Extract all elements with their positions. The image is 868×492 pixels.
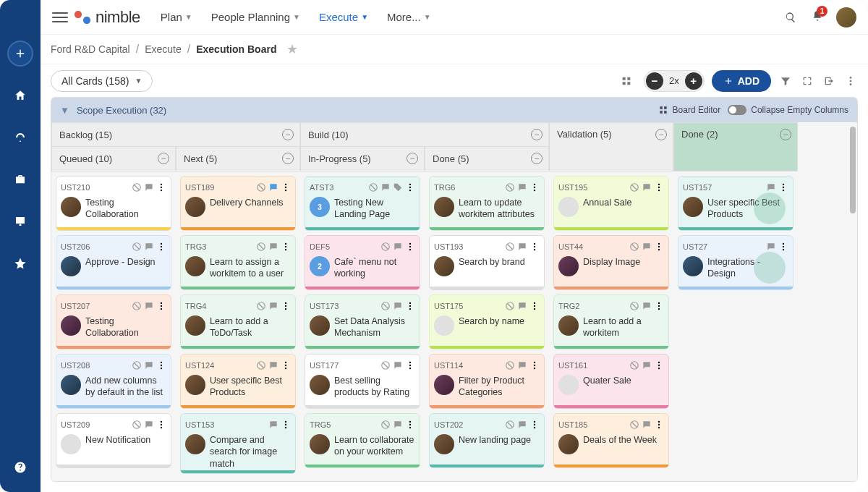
comment-icon[interactable] xyxy=(393,360,403,370)
comment-icon[interactable] xyxy=(268,420,278,430)
card-menu-icon[interactable] xyxy=(281,360,291,370)
export-icon[interactable] xyxy=(822,74,836,88)
card-menu-icon[interactable] xyxy=(156,242,166,252)
card-menu-icon[interactable] xyxy=(156,182,166,192)
more-menu-icon[interactable] xyxy=(843,74,858,88)
board-card[interactable]: TRG3Learn to assign a workitem to a user xyxy=(180,235,296,290)
card-menu-icon[interactable] xyxy=(156,360,166,370)
board-card[interactable]: UST210Testing Collaboration xyxy=(56,176,171,231)
comment-icon[interactable] xyxy=(268,360,278,370)
board-card[interactable]: UST27Integrations - Design xyxy=(678,235,793,290)
card-menu-icon[interactable] xyxy=(654,182,664,192)
comment-icon[interactable] xyxy=(517,420,527,430)
board-card[interactable]: UST209New Notification xyxy=(56,413,171,468)
board-card[interactable]: UST124User specific Best Products xyxy=(180,354,296,409)
comment-icon[interactable] xyxy=(393,242,403,252)
board-card[interactable]: UST177Best selling products by Rating xyxy=(305,354,420,409)
favorite-star-icon[interactable]: ★ xyxy=(286,41,298,57)
comment-icon[interactable] xyxy=(144,301,154,311)
comment-icon[interactable] xyxy=(642,301,652,311)
card-menu-icon[interactable] xyxy=(529,182,540,192)
board-card[interactable]: UST195Annual Sale xyxy=(553,176,669,231)
zoom-in-button[interactable]: + xyxy=(685,72,702,90)
board-editor-button[interactable]: Board Editor xyxy=(658,105,721,115)
collapse-col-icon[interactable]: − xyxy=(531,153,542,164)
card-menu-icon[interactable] xyxy=(778,242,788,252)
board-scroll-area[interactable]: ▼ Scope Execution (32) Board Editor Coll… xyxy=(51,97,858,482)
nav-people-planning[interactable]: People Planning▼ xyxy=(211,11,300,23)
nav-plan[interactable]: Plan▼ xyxy=(161,11,192,23)
comment-icon[interactable] xyxy=(517,301,527,311)
collapse-col-icon[interactable]: − xyxy=(282,129,294,140)
board-card[interactable]: UST44Display Image xyxy=(553,235,669,290)
comment-icon[interactable] xyxy=(144,182,154,192)
collapse-col-icon[interactable]: − xyxy=(407,153,418,164)
board-card[interactable]: UST173Set Data Analysis Mechanism xyxy=(305,294,420,349)
comment-icon[interactable] xyxy=(517,242,527,252)
card-menu-icon[interactable] xyxy=(281,301,291,311)
card-menu-icon[interactable] xyxy=(281,242,291,252)
board-card[interactable]: UST189Delivery Channels xyxy=(180,176,296,231)
comment-icon[interactable] xyxy=(642,420,652,430)
board-card[interactable]: UST157User specific Best Products xyxy=(678,176,793,231)
notifications-button[interactable]: 1 xyxy=(812,10,823,25)
comment-icon[interactable] xyxy=(766,242,776,252)
card-menu-icon[interactable] xyxy=(654,420,664,430)
card-menu-icon[interactable] xyxy=(529,301,540,311)
board-card[interactable]: UST153Compare and search for image match xyxy=(180,413,296,474)
card-menu-icon[interactable] xyxy=(405,301,415,311)
collapse-col-icon[interactable]: − xyxy=(780,129,791,140)
comment-icon[interactable] xyxy=(517,182,527,192)
comment-icon[interactable] xyxy=(144,360,154,370)
card-menu-icon[interactable] xyxy=(529,420,540,430)
board-card[interactable]: TRG6Learn to update workitem attributes xyxy=(429,176,545,231)
card-menu-icon[interactable] xyxy=(156,301,166,311)
search-icon[interactable] xyxy=(783,9,799,25)
card-menu-icon[interactable] xyxy=(405,242,415,252)
nav-more[interactable]: More...▼ xyxy=(387,11,431,23)
collapse-col-icon[interactable]: − xyxy=(655,129,667,140)
comment-icon[interactable] xyxy=(517,360,527,370)
rail-briefcase-icon[interactable] xyxy=(7,166,33,192)
card-menu-icon[interactable] xyxy=(281,420,291,430)
card-menu-icon[interactable] xyxy=(405,420,415,430)
board-card[interactable]: DEF52Cafe` menu not working xyxy=(305,235,420,290)
board-card[interactable]: UST193Search by brand xyxy=(429,235,545,290)
comment-icon[interactable] xyxy=(766,182,776,192)
vertical-scrollbar[interactable] xyxy=(850,127,856,480)
collapse-empty-toggle[interactable]: Collapse Empty Columns xyxy=(728,105,848,115)
board-card[interactable]: UST207Testing Collaboration xyxy=(56,294,171,349)
comment-icon[interactable] xyxy=(268,242,278,252)
board-card[interactable]: ATST33Testing New Landing Page xyxy=(305,176,420,231)
comment-icon[interactable] xyxy=(380,182,391,192)
card-menu-icon[interactable] xyxy=(405,182,415,192)
card-menu-icon[interactable] xyxy=(654,360,664,370)
rail-presentation-icon[interactable] xyxy=(7,208,33,234)
group-by-icon[interactable] xyxy=(619,74,634,88)
card-menu-icon[interactable] xyxy=(654,242,664,252)
rail-add-button[interactable] xyxy=(7,41,33,67)
board-card[interactable]: UST185Deals of the Week xyxy=(553,413,669,468)
card-menu-icon[interactable] xyxy=(778,182,788,192)
comment-icon[interactable] xyxy=(268,182,278,192)
comment-icon[interactable] xyxy=(642,242,652,252)
card-menu-icon[interactable] xyxy=(529,242,540,252)
comment-icon[interactable] xyxy=(144,420,154,430)
board-card[interactable]: UST202New landing page xyxy=(429,413,545,468)
comment-icon[interactable] xyxy=(393,301,403,311)
card-menu-icon[interactable] xyxy=(405,360,415,370)
card-menu-icon[interactable] xyxy=(654,301,664,311)
breadcrumb-root[interactable]: Ford R&D Capital xyxy=(51,43,130,55)
board-card[interactable]: TRG5Learn to collaborate on your workite… xyxy=(305,413,420,468)
filter-icon[interactable] xyxy=(778,74,793,88)
comment-icon[interactable] xyxy=(268,301,278,311)
board-card[interactable]: TRG4Learn to add a ToDo/Task xyxy=(180,294,296,349)
board-card[interactable]: UST206Approve - Design xyxy=(56,235,171,290)
board-card[interactable]: UST114Filter by Product Categories xyxy=(429,354,545,409)
user-avatar[interactable] xyxy=(836,7,856,27)
rail-help-icon[interactable] xyxy=(7,454,33,480)
collapse-col-icon[interactable]: − xyxy=(158,153,169,164)
card-menu-icon[interactable] xyxy=(529,360,540,370)
board-card[interactable]: UST161Quater Sale xyxy=(553,354,669,409)
nav-execute[interactable]: Execute▼ xyxy=(319,11,368,23)
